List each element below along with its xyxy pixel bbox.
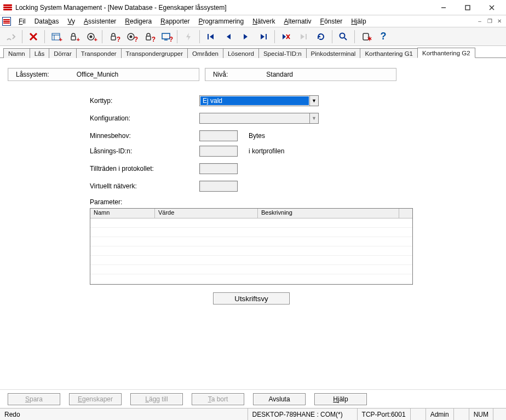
menubar-app-icon [2,17,11,26]
table-row[interactable] [90,265,412,274]
konfiguration-select: ▼ [199,113,319,124]
mdi-minimize-button[interactable]: – [475,18,484,25]
tilltraden-label: Tillträden i protokollet: [90,165,199,172]
toolbar-refresh-icon[interactable] [312,29,330,44]
tab-namn[interactable]: Namn [3,48,30,58]
egenskaper-button[interactable]: Egenskaper [69,393,122,405]
toolbar-query-lock-icon[interactable]: ? [105,29,122,44]
minnesbehov-unit: Bytes [249,132,265,140]
toolbar-delete-record-icon[interactable] [277,29,295,44]
status-empty1 [410,409,426,420]
toolbar-delete-icon[interactable] [25,29,42,44]
menu-fil[interactable]: Fil [14,16,30,26]
toolbar-login-icon[interactable] [2,29,20,44]
status-tcp: TCP-Port:6001 [357,409,410,420]
hjalp-button[interactable]: Hjälp [314,393,367,405]
toolbar-prev-icon[interactable] [220,29,237,44]
maximize-button[interactable] [456,1,480,15]
col-namn[interactable]: Namn [90,209,155,218]
menu-programmering[interactable]: Programmering [194,16,248,26]
table-row[interactable] [90,228,412,237]
toolbar-query-transponder-icon[interactable]: ? [122,29,140,44]
konfiguration-value [200,114,309,123]
dropdown-arrow-icon[interactable]: ▼ [309,96,318,106]
tab-pinkodsterminal[interactable]: Pinkodsterminal [306,48,361,58]
laggtill-button[interactable]: Lägg till [130,393,183,405]
print-button[interactable]: Utskriftsvy [213,292,290,304]
tab-dorrar[interactable]: Dörrar [49,48,77,58]
parameter-label: Parameter: [90,198,498,206]
menu-rapporter[interactable]: Rapporter [156,16,194,26]
tab-losenord[interactable]: Lösenord [223,48,259,58]
tilltraden-field [199,163,238,174]
toolbar-add-lock-icon[interactable]: + [65,29,82,44]
parameter-table[interactable]: Namn Värde Beskrivning [90,208,413,285]
menu-databas[interactable]: Databas [30,16,64,26]
parameter-rows [90,218,412,284]
lasningsid-field [199,146,238,157]
table-row[interactable] [90,256,412,265]
svg-point-14 [130,35,133,38]
menu-fonster[interactable]: Fönster [316,16,347,26]
toolbar-help-icon[interactable]: ? [375,29,392,44]
mdi-controls: – ❐ ✕ [475,18,504,25]
window-title: Locking System Management - [New Databas… [15,4,432,11]
col-end [399,209,412,218]
status-empty3 [493,409,506,420]
status-num: NUM [469,409,493,420]
minnesbehov-field [199,130,238,141]
toolbar-goto-icon[interactable] [295,29,312,44]
col-beskrivning[interactable]: Beskrivning [258,209,399,218]
toolbar-last-icon[interactable] [255,29,272,44]
content-panel: Låssystem: Office_Munich Nivå: Standard … [0,58,506,389]
titlebar: Locking System Management - [New Databas… [0,0,506,15]
mdi-restore-button[interactable]: ❐ [485,18,494,25]
menu-vy[interactable]: Vy [63,16,79,26]
svg-point-23 [340,33,345,38]
status-empty2 [453,409,469,420]
close-button[interactable] [480,1,504,15]
tab-specialtid[interactable]: Special-TID:n [258,48,307,58]
tab-korthantering-g2[interactable]: Korthantering G2 [417,48,475,58]
toolbar-add-plan-icon[interactable]: + [47,29,65,44]
toolbar-query-screen-icon[interactable]: ? [157,29,175,44]
tab-transponder[interactable]: Transponder [76,48,122,58]
niva-value: Standard [233,71,396,78]
menu-assistenter[interactable]: Assistenter [79,16,120,26]
table-row[interactable] [90,218,412,228]
menu-hjalp[interactable]: Hjälp [347,16,370,26]
tabort-button[interactable]: Ta bort [192,393,244,405]
svg-line-24 [344,38,347,40]
mdi-close-button[interactable]: ✕ [495,18,504,25]
spara-button[interactable]: Spara [8,393,60,405]
tab-transpondergrupper[interactable]: Transpondergrupper [121,48,188,58]
toolbar-search-icon[interactable] [335,29,352,44]
table-row[interactable] [90,246,412,256]
toolbar-query-lock2-icon[interactable]: ? [140,29,157,44]
konfiguration-label: Konfiguration: [90,114,199,122]
table-row[interactable] [90,237,412,246]
virtuellt-field [199,181,238,192]
menu-alternativ[interactable]: Alternativ [280,16,316,26]
parameter-header: Namn Värde Beskrivning [90,209,412,218]
niva-box: Nivå: Standard [205,68,396,81]
statusbar: Redo DESKTOP-789HANE : COM(*) TCP-Port:6… [0,408,506,420]
tab-omraden[interactable]: Områden [187,48,223,58]
menu-natverk[interactable]: Nätverk [248,16,279,26]
table-row[interactable] [90,274,412,284]
menu-redigera[interactable]: Redigera [120,16,156,26]
virtuellt-label: Virtuellt nätverk: [90,182,199,190]
toolbar-flash-icon[interactable] [180,29,197,44]
minimize-button[interactable] [432,1,456,15]
korttyp-select[interactable]: Ej vald ▼ [199,95,319,106]
col-varde[interactable]: Värde [155,209,258,218]
toolbar-next-icon[interactable] [237,29,255,44]
avsluta-button[interactable]: Avsluta [253,393,306,405]
toolbar-first-icon[interactable] [202,29,220,44]
toolbar-settings-icon[interactable]: ✶ [357,29,375,44]
korttyp-value: Ej vald [200,96,309,105]
tab-korthantering-g1[interactable]: Korthantering G1 [360,48,418,58]
toolbar-add-transponder-icon[interactable]: + [82,29,100,44]
tab-las[interactable]: Lås [30,48,50,58]
niva-label: Nivå: [205,71,233,78]
